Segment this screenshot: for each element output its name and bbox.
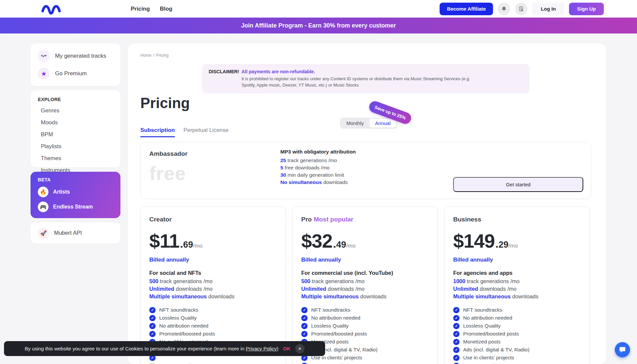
sidebar-item-explore[interactable]: Themes [38, 155, 113, 162]
become-affiliate-button[interactable]: Become Affiliate [440, 3, 493, 15]
spec-line: No simultaneous downloads [280, 179, 356, 186]
privacy-policy-link[interactable]: Privacy Policy [246, 346, 277, 351]
breadcrumb-current: Pricing [156, 53, 169, 58]
sidebar-item-beta[interactable]: 🔥 Artists [38, 187, 113, 197]
feature-label: Lossless Quality [463, 323, 501, 329]
billed-annually-label: Billed annually [149, 257, 277, 263]
close-icon[interactable]: ✕ [295, 344, 305, 353]
get-started-button[interactable]: Get started [453, 177, 583, 192]
beta-item-icon: 🔥 [38, 187, 48, 197]
spec-line: 1000 track generations /mo [453, 277, 581, 285]
nav-right-actions: Become Affiliate Log In Sign Up [440, 0, 604, 18]
nav-link-blog[interactable]: Blog [160, 6, 173, 12]
feature-row: Lossless Quality [301, 322, 429, 330]
feature-list: NFT soundtracks No attribution needed Lo… [453, 306, 581, 364]
spec-line: 5 free downloads /mo [280, 164, 356, 171]
sidebar-item-go-premium[interactable]: ★ Go Premium [38, 68, 113, 80]
toggle-annual[interactable]: Annual [369, 119, 397, 128]
price-per: /mo [193, 243, 202, 249]
sidebar-item-label: Go Premium [55, 70, 87, 77]
check-icon [453, 355, 460, 361]
tab-perpetual-license[interactable]: Perpetual License [183, 127, 229, 137]
feature-row: In-game music [301, 362, 429, 364]
sidebar-beta-card: BETA 🔥 Artists 🎮 Endless Stream [31, 172, 120, 218]
feature-label: Promoted/boosted posts [311, 331, 367, 337]
main-content: Home/Pricing DISCLAIMER! All payments ar… [128, 43, 606, 364]
billing-period-toggle[interactable]: Monthly Annual [340, 118, 397, 129]
disclaimer-highlight: All payments are non-refundable. [242, 69, 315, 74]
price-dot: . [333, 237, 336, 250]
spec-line: 30 min daily generation limit [280, 171, 356, 179]
sidebar-item-label: Endless Stream [53, 204, 93, 210]
feature-row: NFT soundtracks [301, 306, 429, 314]
spec-line: 25 track generations /mo [280, 157, 356, 164]
breadcrumb: Home/Pricing [140, 53, 169, 58]
feature-row: Promoted/boosted posts [149, 330, 277, 338]
explore-section-title: EXPLORE [38, 97, 113, 102]
check-icon [453, 331, 460, 337]
tab-subscription[interactable]: Subscription [140, 127, 175, 137]
chat-launcher-button[interactable] [615, 342, 630, 357]
bell-icon [501, 6, 507, 12]
feature-label: Ads (incl. digital & TV, Radio) [463, 347, 530, 353]
plan-price: $11.69/mo [149, 230, 277, 252]
price-cents: 49 [336, 240, 346, 250]
affiliate-banner[interactable]: Join Affiliate Program - Earn 30% from e… [0, 18, 637, 33]
disclaimer-body: It is prohibited to register our tracks … [242, 76, 480, 89]
feature-row: Lossless Quality [453, 322, 581, 330]
license-search-button[interactable] [515, 3, 528, 15]
feature-label: NFT soundtracks [159, 307, 198, 313]
chat-icon [619, 346, 626, 353]
check-icon [453, 339, 460, 345]
rocket-icon: 🚀 [38, 227, 49, 239]
check-icon [149, 323, 156, 329]
sidebar-shortcuts-card: My generated tracks ★ Go Premium [31, 43, 120, 86]
feature-label: NFT soundtracks [311, 307, 350, 313]
spec-line: Multiple simultaneous downloads [453, 293, 581, 300]
spec-line: 500 track generations /mo [149, 277, 277, 285]
sidebar-item-explore[interactable]: Moods [38, 119, 113, 126]
nav-link-pricing[interactable]: Pricing [131, 6, 150, 12]
sidebar-explore-card: EXPLORE GenresMoodsBPMPlaylistsThemesIns… [31, 90, 120, 167]
feature-label: NFT soundtracks [463, 307, 502, 313]
feature-row: No attribution needed [453, 314, 581, 322]
plan-audience: For agencies and apps [453, 270, 581, 276]
spec-line: Unlimited downloads /mo [301, 285, 429, 293]
plan-card-creator: Creator $11.69/mo Billed annually For so… [140, 206, 286, 364]
sidebar-item-mubert-api[interactable]: 🚀 Mubert API [31, 222, 120, 244]
disclaimer-box: DISCLAIMER! All payments are non-refunda… [202, 64, 530, 93]
sidebar-item-beta[interactable]: 🎮 Endless Stream [38, 202, 113, 212]
check-icon [453, 307, 460, 313]
notifications-button[interactable] [498, 3, 510, 15]
check-icon [301, 323, 308, 329]
plan-name: Pro [301, 216, 312, 223]
spec-line: Multiple simultaneous downloads [149, 293, 277, 300]
plan-card-business: Business $149.29/mo Billed annually For … [444, 206, 590, 364]
star-icon: ★ [38, 68, 50, 80]
signup-button[interactable]: Sign Up [569, 3, 604, 15]
check-icon [149, 331, 156, 337]
check-icon [301, 331, 308, 337]
sidebar-item-my-generated-tracks[interactable]: My generated tracks [38, 50, 113, 62]
spec-list: 500 track generations /moUnlimited downl… [149, 277, 277, 300]
feature-row: In-game music [149, 362, 277, 364]
feature-label: Lossless Quality [159, 315, 197, 321]
sidebar-item-explore[interactable]: Playlists [38, 143, 113, 150]
feature-row: No attribution needed [149, 322, 277, 330]
feature-label: No attribution needed [311, 315, 360, 321]
cookie-ok-button[interactable]: OK [283, 346, 291, 351]
mubert-logo[interactable] [36, 3, 66, 15]
feature-label: Lossless Quality [311, 323, 349, 329]
feature-row: Use in clients' projects [453, 354, 581, 362]
plan-price: $32.49/mo [301, 230, 429, 252]
check-icon [149, 315, 156, 321]
toggle-monthly[interactable]: Monthly [341, 120, 369, 126]
breadcrumb-home[interactable]: Home [140, 53, 151, 58]
feature-label: No attribution needed [159, 323, 208, 329]
plan-name: Creator [149, 216, 172, 223]
sidebar-item-explore[interactable]: BPM [38, 131, 113, 138]
login-button[interactable]: Log In [532, 3, 564, 15]
sidebar-item-explore[interactable]: Genres [38, 107, 113, 114]
feature-row: Ads (incl. digital & TV, Radio) [453, 346, 581, 354]
sidebar-item-label: My generated tracks [55, 53, 106, 59]
